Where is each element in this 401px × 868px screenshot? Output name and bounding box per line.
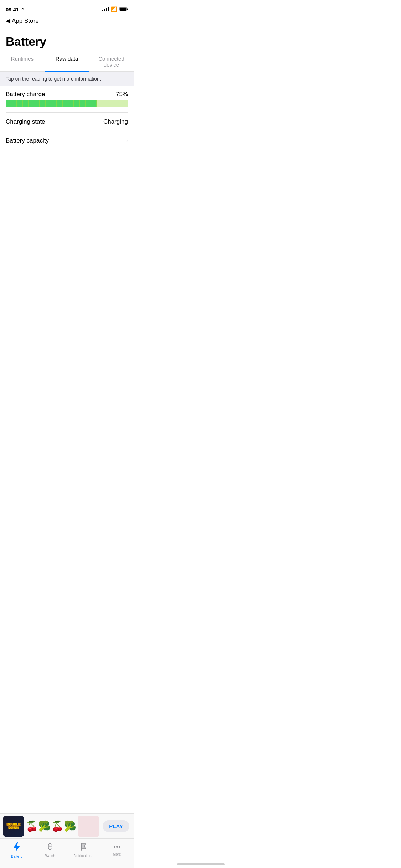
battery-charge-label: Battery charge bbox=[6, 91, 45, 98]
back-label: App Store bbox=[12, 17, 39, 25]
charging-state-label: Charging state bbox=[6, 118, 45, 125]
location-icon: ↗ bbox=[20, 7, 24, 12]
signal-icon bbox=[102, 7, 109, 11]
tab-runtimes[interactable]: Runtimes bbox=[0, 52, 45, 71]
battery-progress-bar bbox=[6, 100, 128, 107]
data-section: Battery charge 75% Charging state Chargi… bbox=[0, 86, 134, 150]
charging-state-row[interactable]: Charging state Charging bbox=[6, 113, 128, 131]
battery-progress-fill bbox=[6, 100, 97, 107]
charging-state-value: Charging bbox=[103, 118, 128, 125]
back-arrow-icon: ◀ bbox=[6, 17, 10, 25]
tab-connecteddevice[interactable]: Connected device bbox=[89, 52, 134, 71]
tab-rawdata[interactable]: Raw data bbox=[45, 52, 89, 71]
wifi-icon: 📶 bbox=[111, 6, 117, 12]
tab-bar-top: Runtimes Raw data Connected device bbox=[0, 52, 134, 72]
battery-capacity-label: Battery capacity bbox=[6, 137, 49, 144]
status-icons: 📶 bbox=[102, 6, 128, 12]
status-time: 09:41 bbox=[6, 6, 19, 12]
status-bar: 09:41 ↗ 📶 bbox=[0, 0, 134, 16]
battery-charge-value: 75% bbox=[116, 91, 128, 98]
page-title: Battery bbox=[6, 35, 128, 48]
battery-capacity-row[interactable]: Battery capacity › bbox=[6, 131, 128, 150]
page-title-container: Battery bbox=[0, 27, 134, 48]
chevron-right-icon: › bbox=[126, 137, 128, 144]
info-banner: Tap on the reading to get more informati… bbox=[0, 72, 134, 86]
battery-status-icon bbox=[119, 7, 128, 11]
svg-rect-1 bbox=[127, 9, 128, 10]
battery-charge-row[interactable]: Battery charge 75% bbox=[6, 86, 128, 113]
svg-rect-2 bbox=[120, 8, 127, 11]
back-navigation[interactable]: ◀ App Store bbox=[0, 16, 134, 27]
